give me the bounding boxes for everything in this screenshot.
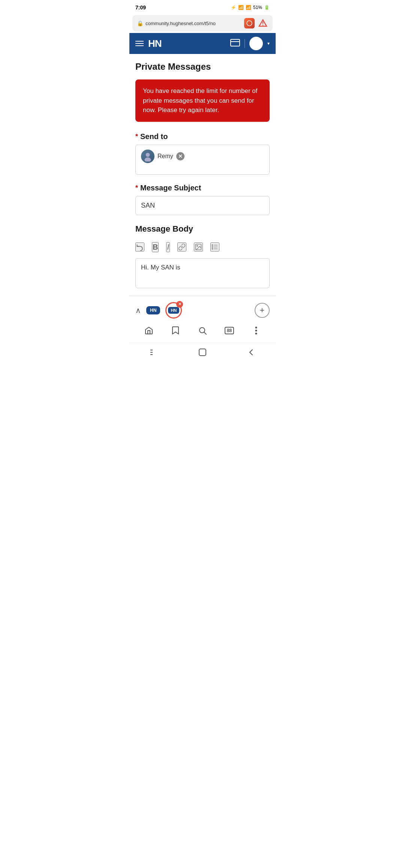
- status-icons: ⚡ 📶 📶 51% 🔋: [231, 5, 270, 10]
- tab-item-active[interactable]: HN ✕: [165, 302, 182, 319]
- url-area: 🔒 community.hughesnet.com/t5/no: [137, 20, 241, 26]
- bookmark-button[interactable]: [167, 324, 184, 337]
- add-tab-button[interactable]: +: [255, 303, 270, 318]
- status-bar: 7:09 ⚡ 📶 📶 51% 🔋: [129, 0, 276, 13]
- tabs-count-badge: 88: [225, 327, 234, 334]
- battery-icon: 🔋: [264, 5, 270, 10]
- android-home-button[interactable]: [195, 347, 210, 358]
- signal-icon: 📶: [246, 5, 251, 10]
- send-to-label-area: * Send to: [135, 132, 270, 141]
- nav-left: HN: [135, 38, 162, 49]
- svg-rect-3: [231, 39, 240, 46]
- body-label: Message Body: [135, 224, 270, 234]
- search-button[interactable]: [194, 324, 211, 337]
- bold-button[interactable]: B: [152, 242, 159, 252]
- send-to-field[interactable]: Remy ✕: [135, 145, 270, 175]
- header-divider: [244, 39, 245, 48]
- browser-icons: [244, 18, 268, 28]
- bottom-bar: ∧ HN HN ✕ +: [129, 296, 276, 343]
- tab-switcher: ∧ HN HN ✕ +: [135, 300, 270, 322]
- svg-point-17: [255, 326, 257, 328]
- hamburger-menu[interactable]: [135, 41, 144, 46]
- nav-header: HN ▾: [129, 33, 276, 54]
- avatar-inner: [141, 150, 154, 163]
- svg-point-5: [146, 153, 150, 157]
- tab-active-container[interactable]: HN ✕: [165, 302, 182, 319]
- subject-label-area: * Message Subject: [135, 184, 270, 192]
- message-body-editor[interactable]: Hi. My SAN is: [135, 258, 270, 288]
- subject-input[interactable]: [135, 196, 270, 215]
- image-button[interactable]: [194, 242, 203, 251]
- android-nav-bar: [129, 343, 276, 363]
- list-button[interactable]: [210, 242, 219, 251]
- user-avatar[interactable]: [249, 37, 263, 50]
- card-icon[interactable]: [230, 39, 240, 48]
- site-logo: HN: [148, 38, 162, 49]
- tabs-count-button[interactable]: 88: [221, 324, 238, 337]
- battery-percent: 51%: [253, 5, 262, 10]
- browser-bar[interactable]: 🔒 community.hughesnet.com/t5/no: [132, 15, 273, 31]
- tab-close-button[interactable]: ✕: [176, 301, 183, 308]
- svg-point-12: [212, 245, 213, 246]
- page-title: Private Messages: [135, 61, 270, 72]
- body-content: Hi. My SAN is: [141, 264, 180, 271]
- browser-url: community.hughesnet.com/t5/no: [146, 21, 216, 26]
- svg-point-2: [262, 25, 263, 25]
- editor-toolbar: B I: [135, 239, 270, 255]
- svg-line-16: [204, 332, 206, 334]
- send-to-label: Send to: [140, 132, 168, 141]
- recipient-avatar: [141, 150, 154, 163]
- brave-lion-icon[interactable]: [244, 18, 255, 28]
- bluetooth-icon: ⚡: [231, 5, 236, 10]
- svg-point-13: [212, 247, 213, 248]
- send-to-required: *: [135, 133, 138, 141]
- remove-recipient-button[interactable]: ✕: [176, 152, 184, 160]
- tab-active-label: HN: [168, 307, 179, 314]
- tabs-chevron-up[interactable]: ∧: [135, 306, 141, 315]
- wifi-icon: 📶: [238, 5, 244, 10]
- svg-point-6: [144, 157, 151, 162]
- android-recents-button[interactable]: [146, 347, 161, 358]
- italic-button[interactable]: I: [166, 242, 170, 252]
- home-button[interactable]: [141, 324, 157, 337]
- svg-rect-23: [199, 349, 206, 356]
- error-banner: You have reached the limit for number of…: [135, 79, 270, 122]
- status-time: 7:09: [135, 4, 146, 10]
- chevron-down-icon[interactable]: ▾: [267, 41, 270, 46]
- brave-triangle-icon[interactable]: [258, 18, 268, 28]
- nav-right: ▾: [230, 37, 270, 50]
- android-back-button[interactable]: [244, 347, 259, 358]
- main-content: Private Messages You have reached the li…: [129, 54, 276, 296]
- recipient-chip: Remy ✕: [141, 150, 184, 163]
- subject-label: Message Subject: [140, 184, 201, 192]
- link-button[interactable]: [177, 242, 186, 251]
- subject-required: *: [135, 184, 138, 192]
- nav-icons-row: 88: [135, 322, 270, 340]
- undo-button[interactable]: [135, 242, 144, 251]
- lock-icon: 🔒: [137, 20, 143, 26]
- recipient-name: Remy: [158, 153, 173, 160]
- tab-item-1[interactable]: HN: [146, 306, 160, 314]
- svg-point-19: [255, 332, 257, 334]
- svg-point-14: [212, 248, 213, 250]
- tab-switcher-left: ∧ HN HN ✕: [135, 302, 182, 319]
- svg-point-18: [255, 329, 257, 331]
- svg-point-8: [197, 245, 198, 247]
- more-menu-button[interactable]: [248, 324, 264, 337]
- tab-label-1[interactable]: HN: [146, 306, 160, 314]
- error-message: You have reached the limit for number of…: [143, 86, 262, 115]
